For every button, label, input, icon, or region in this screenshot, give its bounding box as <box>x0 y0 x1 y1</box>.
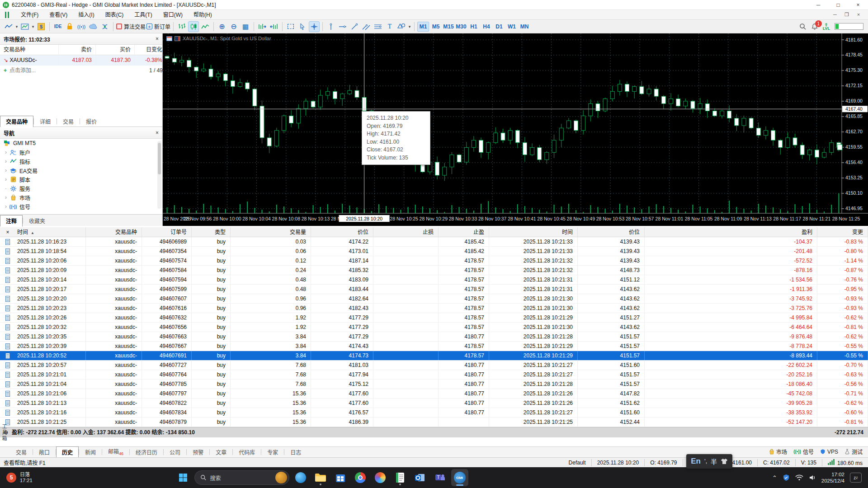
ime-indicator[interactable]: En ’, 半 <box>686 454 732 469</box>
defender-shield-icon[interactable] <box>783 474 790 481</box>
market-watch-tab-交易品种[interactable]: 交易品种 <box>0 116 33 127</box>
history-row[interactable]: 2025.11.28 10:20:32xauusdc-494607656buy1… <box>0 323 868 332</box>
dropdown-arrow-icon[interactable]: ▾ <box>14 24 19 29</box>
market-watch-tab-报价[interactable]: 报价 <box>80 116 103 127</box>
child-minimize-button[interactable]: ─ <box>829 12 841 18</box>
cloud-button[interactable] <box>88 21 99 32</box>
history-row[interactable]: 2025.11.28 10:20:39xauusdc-494607667buy3… <box>0 342 868 351</box>
toolbox-tab-邮箱[interactable]: 邮箱46 <box>102 446 129 457</box>
hline-button[interactable] <box>337 21 348 32</box>
taskbar-gmi-icon[interactable]: GMI <box>451 469 468 486</box>
cursor-button[interactable] <box>297 21 308 32</box>
navigator-item-信号[interactable]: ›((•))信号 <box>0 202 162 211</box>
history-row[interactable]: 2025.11.28 10:18:54xauusdc-494607354buy0… <box>0 247 868 256</box>
dropdown-arrow-icon[interactable]: ▾ <box>407 24 412 29</box>
algo-trading-button[interactable]: 算法交易 <box>116 21 146 32</box>
timeframe-D1[interactable]: D1 <box>493 22 505 32</box>
history-row[interactable]: 2025.11.28 10:21:16xauusdc-494607834buy1… <box>0 408 868 418</box>
history-column-header[interactable]: 变更 <box>817 227 868 237</box>
line-chart-button[interactable] <box>200 21 211 32</box>
child-restore-button[interactable]: ❐ <box>841 12 853 18</box>
toolbox-tab-日志[interactable]: 日志 <box>284 446 307 457</box>
toolbox-测试[interactable]: 测试 <box>844 448 863 455</box>
timeframe-M30[interactable]: M30 <box>455 22 467 32</box>
chart-area[interactable]: 4181.604178.454175.304172.154169.004165.… <box>163 33 868 226</box>
history-column-header[interactable]: 时间▲ <box>15 227 86 237</box>
toolbox-tab-文章[interactable]: 文章 <box>210 446 232 457</box>
chart-window-button[interactable] <box>19 21 30 32</box>
select-box-button[interactable] <box>285 21 296 32</box>
timeframe-W1[interactable]: W1 <box>506 22 518 32</box>
history-row[interactable]: 2025.11.28 10:20:57xauusdc-494607727buy7… <box>0 361 868 370</box>
history-row[interactable]: 2025.11.28 10:21:13xauusdc-494607822buy1… <box>0 399 868 408</box>
zoom-in-button[interactable]: ⊕ <box>217 21 227 32</box>
history-close-icon[interactable]: × <box>0 227 15 237</box>
toolbox-tab-交易[interactable]: 交易 <box>10 446 33 457</box>
navigator-item-账户[interactable]: ›账户 <box>0 148 162 157</box>
start-button[interactable] <box>175 469 192 486</box>
auto-scroll-button[interactable] <box>269 21 279 32</box>
menu-item-工具[interactable]: 工具(T) <box>129 10 157 20</box>
text-button[interactable]: T <box>384 21 395 32</box>
maximize-button[interactable]: □ <box>828 0 848 9</box>
navigator-item-EA交易[interactable]: ›EA交易 <box>0 166 162 175</box>
navigator-scrollbar[interactable] <box>157 141 161 209</box>
toolbox-tab-经济日历[interactable]: 经济日历 <box>130 446 163 457</box>
history-column-header[interactable]: 时间 <box>489 227 578 237</box>
timeframe-M5[interactable]: M5 <box>430 22 442 32</box>
notifications-bell-icon[interactable]: 1 <box>811 23 818 30</box>
taskbar-folder-icon[interactable] <box>312 469 329 486</box>
market-lock-button[interactable] <box>64 21 75 32</box>
history-row[interactable]: 2025.11.28 10:20:06xauusdc-494607574buy0… <box>0 256 868 266</box>
zoom-out-button[interactable]: ⊖ <box>228 21 239 32</box>
timeframe-H4[interactable]: H4 <box>481 22 492 32</box>
navigator-item-脚本[interactable]: ›脚本 <box>0 175 162 184</box>
toolbox-信号[interactable]: ((•))信号 <box>793 448 814 455</box>
menu-item-帮助[interactable]: 帮助(H) <box>188 10 217 20</box>
trendline-button[interactable] <box>349 21 360 32</box>
history-column-header[interactable]: 订单号 <box>142 227 192 237</box>
history-row[interactable]: 2025.11.28 10:21:06xauusdc-494607797buy1… <box>0 389 868 399</box>
candles-button[interactable] <box>188 21 199 32</box>
history-row[interactable]: 2025.11.28 10:20:23xauusdc-494607616buy0… <box>0 304 868 313</box>
history-row[interactable]: 2025.11.28 10:20:17xauusdc-494607599buy0… <box>0 285 868 294</box>
navigator-close-icon[interactable]: × <box>156 130 159 136</box>
quotes-button[interactable]: $ <box>36 21 47 32</box>
toolbox-tab-代码库[interactable]: 代码库 <box>233 446 261 457</box>
taskbar-store-icon[interactable] <box>332 469 349 486</box>
history-column-header[interactable]: 交易品种 <box>86 227 142 237</box>
timeframe-M1[interactable]: M1 <box>417 22 429 32</box>
navigator-item-市场[interactable]: ›市场 <box>0 193 162 202</box>
market-watch-close-icon[interactable]: × <box>156 36 159 42</box>
volume-icon[interactable] <box>809 474 816 481</box>
history-row[interactable]: 2025.11.28 10:21:01xauusdc-494607764buy7… <box>0 370 868 380</box>
tile-windows-button[interactable]: ▦ <box>240 21 251 32</box>
navigator-tab-收藏夹[interactable]: 收藏夹 <box>23 215 51 226</box>
menu-item-图表[interactable]: 图表(C) <box>100 10 129 20</box>
history-row[interactable]: 2025.11.28 10:20:20xauusdc-494607607buy0… <box>0 294 868 304</box>
toolbox-市场[interactable]: 市场 <box>769 448 787 455</box>
history-column-header[interactable]: 类型 <box>192 227 231 237</box>
signals-button[interactable]: ((•)) <box>76 21 87 32</box>
history-row[interactable]: 2025.11.28 10:20:35xauusdc-494607663buy3… <box>0 332 868 342</box>
do-not-disturb-icon[interactable]: zZ <box>850 473 862 483</box>
toolbox-tab-新闻[interactable]: 新闻 <box>79 446 102 457</box>
profile-selector[interactable]: Default <box>563 459 591 466</box>
child-close-button[interactable]: × <box>853 12 864 18</box>
menu-item-文件[interactable]: 文件(F) <box>15 10 44 20</box>
search-icon[interactable] <box>799 23 807 30</box>
history-row[interactable]: 2025.11.28 10:16:23xauusdc-494606989buy0… <box>0 237 868 247</box>
taskbar-chrome-icon[interactable] <box>352 469 369 486</box>
toolbox-VPS[interactable]: VPS <box>820 449 838 455</box>
toolbox-tab-历史[interactable]: 历史 <box>56 446 79 458</box>
history-row[interactable]: 2025.11.28 10:20:14xauusdc-494607594buy0… <box>0 275 868 285</box>
shift-end-button[interactable] <box>257 21 268 32</box>
history-column-header[interactable]: 价位 <box>311 227 373 237</box>
taskbar-weather-widget[interactable]: 5 日落17:21 <box>0 472 39 483</box>
history-column-header[interactable]: 交易量 <box>231 227 311 237</box>
channel-button[interactable] <box>361 21 372 32</box>
history-row[interactable]: 2025.11.28 10:20:26xauusdc-494607632buy1… <box>0 313 868 323</box>
dropdown-arrow-icon[interactable]: ▾ <box>31 24 35 29</box>
taskbar-clock[interactable]: 17:02 2025/12/4 <box>821 471 844 484</box>
broadcast-button[interactable] <box>99 21 110 32</box>
